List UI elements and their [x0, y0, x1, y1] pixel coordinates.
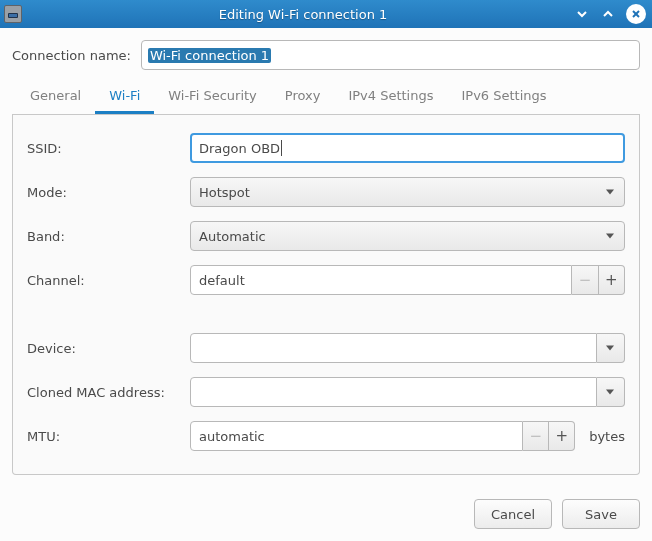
- minus-icon: −: [579, 271, 592, 289]
- tab-general[interactable]: General: [16, 80, 95, 114]
- connection-name-input[interactable]: Wi-Fi connection 1: [141, 40, 640, 70]
- cancel-button[interactable]: Cancel: [474, 499, 552, 529]
- collapse-up-icon[interactable]: [600, 6, 616, 22]
- channel-label: Channel:: [27, 273, 182, 288]
- tab-wifi[interactable]: Wi-Fi: [95, 80, 154, 114]
- section-gap: [27, 309, 625, 319]
- titlebar: Editing Wi-Fi connection 1: [0, 0, 652, 28]
- svg-rect-1: [9, 14, 17, 17]
- device-combo: [190, 333, 625, 363]
- channel-increment-button[interactable]: +: [599, 265, 625, 295]
- tab-proxy[interactable]: Proxy: [271, 80, 335, 114]
- channel-value: default: [199, 273, 245, 288]
- mtu-input[interactable]: automatic: [190, 421, 523, 451]
- cloned-mac-input[interactable]: [190, 377, 597, 407]
- band-label: Band:: [27, 229, 182, 244]
- cloned-mac-dropdown-button[interactable]: [597, 377, 625, 407]
- tab-ipv6-settings[interactable]: IPv6 Settings: [448, 80, 561, 114]
- device-dropdown-button[interactable]: [597, 333, 625, 363]
- mtu-increment-button[interactable]: +: [549, 421, 575, 451]
- plus-icon: +: [605, 271, 618, 289]
- network-icon: [7, 9, 19, 19]
- collapse-down-icon[interactable]: [574, 6, 590, 22]
- channel-spin: default − +: [190, 265, 625, 295]
- client-area: Connection name: Wi-Fi connection 1 Gene…: [0, 28, 652, 487]
- tabstrip: General Wi-Fi Wi-Fi Security Proxy IPv4 …: [12, 80, 640, 115]
- text-cursor: [281, 140, 282, 156]
- device-label: Device:: [27, 341, 182, 356]
- mtu-value: automatic: [199, 429, 265, 444]
- plus-icon: +: [555, 427, 568, 445]
- cloned-mac-label: Cloned MAC address:: [27, 385, 182, 400]
- cloned-mac-combo: [190, 377, 625, 407]
- dialog-footer: Cancel Save: [0, 487, 652, 541]
- close-icon: [631, 9, 641, 19]
- close-button[interactable]: [626, 4, 646, 24]
- ssid-value: Dragon OBD: [199, 141, 280, 156]
- tab-wifi-security[interactable]: Wi-Fi Security: [154, 80, 271, 114]
- band-dropdown[interactable]: Automatic: [190, 221, 625, 251]
- window-title: Editing Wi-Fi connection 1: [32, 7, 574, 22]
- minus-icon: −: [530, 427, 543, 445]
- channel-decrement-button[interactable]: −: [572, 265, 598, 295]
- mtu-spin: automatic − +: [190, 421, 575, 451]
- tab-ipv4-settings[interactable]: IPv4 Settings: [334, 80, 447, 114]
- ssid-label: SSID:: [27, 141, 182, 156]
- band-value: Automatic: [199, 229, 266, 244]
- device-input[interactable]: [190, 333, 597, 363]
- save-button[interactable]: Save: [562, 499, 640, 529]
- wifi-tab-page: SSID: Dragon OBD Mode: Hotspot Band: Aut…: [12, 115, 640, 475]
- mode-dropdown[interactable]: Hotspot: [190, 177, 625, 207]
- mtu-suffix: bytes: [589, 429, 625, 444]
- channel-input[interactable]: default: [190, 265, 572, 295]
- connection-name-value: Wi-Fi connection 1: [148, 48, 271, 63]
- app-icon: [4, 5, 22, 23]
- connection-name-label: Connection name:: [12, 48, 131, 63]
- mode-label: Mode:: [27, 185, 182, 200]
- mode-value: Hotspot: [199, 185, 250, 200]
- mtu-label: MTU:: [27, 429, 182, 444]
- ssid-input[interactable]: Dragon OBD: [190, 133, 625, 163]
- mtu-decrement-button[interactable]: −: [523, 421, 549, 451]
